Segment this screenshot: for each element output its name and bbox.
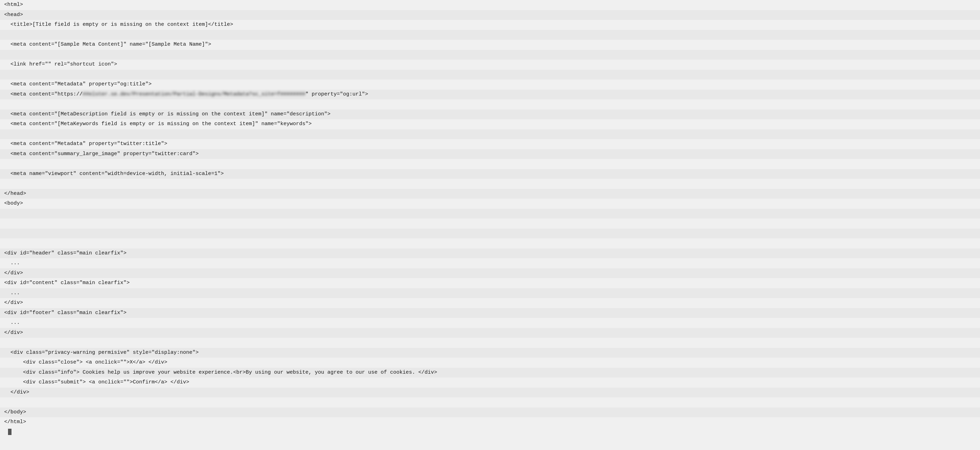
code-line: <meta content="[Sample Meta Content]" na…	[0, 40, 980, 50]
code-line: ...	[0, 318, 980, 328]
code-line: <div class="info"> Cookies help us impro…	[0, 368, 980, 378]
code-line	[0, 338, 980, 348]
cursor-line	[0, 427, 980, 437]
code-line: <div class="submit"> <a onclick="">Confi…	[0, 377, 980, 388]
code-line: <html>	[0, 0, 980, 10]
code-line	[0, 398, 980, 407]
code-line: <link href="" rel="shortcut icon">	[0, 60, 980, 70]
code-line	[0, 219, 980, 229]
code-line: <meta content="https://##elster.se.dev/P…	[0, 90, 980, 100]
code-line	[0, 229, 980, 239]
code-line: <head>	[0, 10, 980, 20]
code-line: <div id="content" class="main clearfix">	[0, 278, 980, 288]
code-line: <title>[Title field is empty or is missi…	[0, 20, 980, 30]
code-line: ...	[0, 288, 980, 298]
code-line: <meta content="Metadata" property="twitt…	[0, 139, 980, 149]
code-viewer: <html><head> <title>[Title field is empt…	[0, 0, 980, 450]
code-line: <meta content="summary_large_image" prop…	[0, 149, 980, 159]
code-line: </div>	[0, 388, 980, 398]
code-line	[0, 239, 980, 248]
code-line: <meta content="[MetaDescription field is…	[0, 110, 980, 119]
code-line	[0, 70, 980, 80]
code-line	[0, 50, 980, 60]
code-line	[0, 159, 980, 169]
code-line: <div class="close"> <a onclick="">X</a> …	[0, 358, 980, 368]
code-line	[0, 209, 980, 219]
text-cursor	[8, 429, 11, 435]
code-line: <meta name="viewport" content="width=dev…	[0, 169, 980, 179]
code-line	[0, 99, 980, 110]
code-line: <body>	[0, 199, 980, 209]
code-line: <div class="privacy-warning permisive" s…	[0, 348, 980, 358]
code-line	[0, 30, 980, 40]
code-line: <div id="header" class="main clearfix">	[0, 248, 980, 259]
code-line: <div id="footer" class="main clearfix">	[0, 308, 980, 318]
code-line: </html>	[0, 417, 980, 427]
code-line: </head>	[0, 189, 980, 199]
code-line: <meta content="Metadata" property="og:ti…	[0, 80, 980, 90]
code-line: <meta content="[MetaKeywords field is em…	[0, 119, 980, 129]
code-line: </div>	[0, 328, 980, 338]
code-line	[0, 179, 980, 189]
code-line: ...	[0, 258, 980, 269]
code-line: </div>	[0, 269, 980, 278]
code-line: </div>	[0, 298, 980, 308]
code-line: </body>	[0, 407, 980, 418]
code-line	[0, 129, 980, 140]
